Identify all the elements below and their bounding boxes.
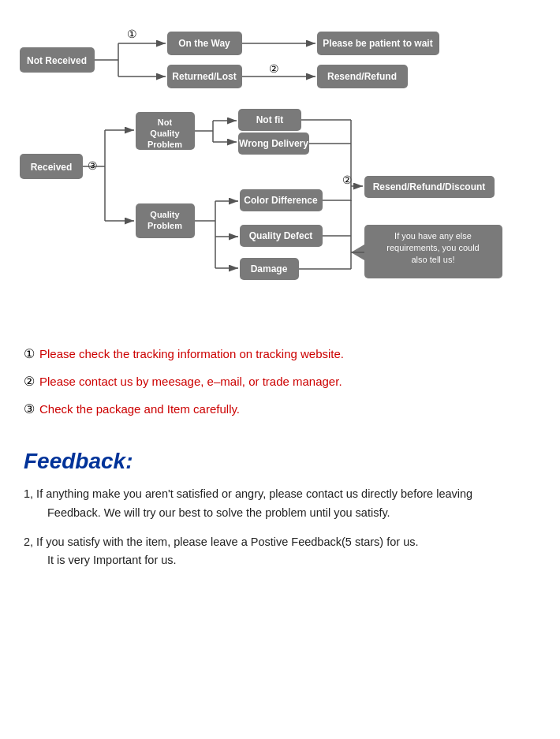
feedback-item-2: 2, If you satisfy with the item, please … bbox=[24, 533, 536, 569]
not-received-label: Not Received bbox=[27, 55, 87, 66]
circle-3: ③ bbox=[88, 159, 98, 172]
quality-problem-label2: Problem bbox=[147, 221, 182, 230]
notes-section: ① Please check the tracking information … bbox=[12, 335, 548, 433]
note-item-3: ③ Check the package and Item carefully. bbox=[24, 398, 540, 421]
feedback-section: Feedback: 1, If anything make you aren't… bbox=[12, 433, 548, 596]
resend-refund-discount-label: Resend/Refund/Discount bbox=[373, 181, 486, 192]
returned-lost-label: Returned/Lost bbox=[172, 71, 236, 82]
note-text-1: Please check the tracking information on… bbox=[39, 343, 344, 364]
quality-defect-label: Quality Defect bbox=[249, 230, 313, 241]
feedback-item-2-line1: 2, If you satisfy with the item, please … bbox=[24, 533, 536, 551]
note-item-2: ② Please contact us by meesage, e–mail, … bbox=[24, 371, 540, 394]
not-quality-label3: Problem bbox=[147, 140, 182, 149]
circle-1: ① bbox=[127, 28, 137, 40]
note-text-2: Please contact us by meesage, e–mail, or… bbox=[39, 371, 342, 392]
note-circle-3: ③ bbox=[24, 398, 35, 421]
note-circle-2: ② bbox=[24, 371, 35, 394]
feedback-item-1-line2: Feedback. We will try our best to solve … bbox=[24, 504, 536, 522]
on-the-way-label: On the Way bbox=[178, 38, 230, 49]
not-fit-label: Not fit bbox=[256, 114, 284, 125]
note-circle-1: ① bbox=[24, 343, 35, 366]
color-diff-label: Color Difference bbox=[244, 195, 318, 206]
circle-2-top: ② bbox=[269, 62, 279, 75]
patient-wait-label: Please be patient to wait bbox=[323, 38, 432, 49]
feedback-item-2-line2: It is very Important for us. bbox=[24, 551, 536, 569]
not-quality-label2: Quality bbox=[150, 129, 180, 138]
quality-problem-label: Quality bbox=[150, 210, 180, 219]
wrong-delivery-label: Wrong Delivery bbox=[239, 138, 308, 149]
callout-text-3: also tell us! bbox=[411, 255, 454, 264]
callout-text-2: requirements, you could bbox=[386, 243, 479, 252]
note-text-3: Check the package and Item carefully. bbox=[39, 398, 240, 420]
feedback-item-1: 1, If anything make you aren't satisfied… bbox=[24, 485, 536, 521]
callout-text-1: If you have any else bbox=[394, 231, 472, 241]
feedback-title: Feedback: bbox=[24, 449, 536, 474]
not-quality-label: Not bbox=[158, 118, 173, 127]
note-item-1: ① Please check the tracking information … bbox=[24, 343, 540, 366]
feedback-item-1-line1: 1, If anything make you aren't satisfied… bbox=[24, 485, 536, 503]
resend-refund-1-label: Resend/Refund bbox=[327, 71, 397, 82]
damage-label: Damage bbox=[251, 263, 288, 274]
flowchart-section: Not Received ① On the Way Please be pati… bbox=[12, 8, 548, 335]
received-label: Received bbox=[31, 162, 73, 173]
